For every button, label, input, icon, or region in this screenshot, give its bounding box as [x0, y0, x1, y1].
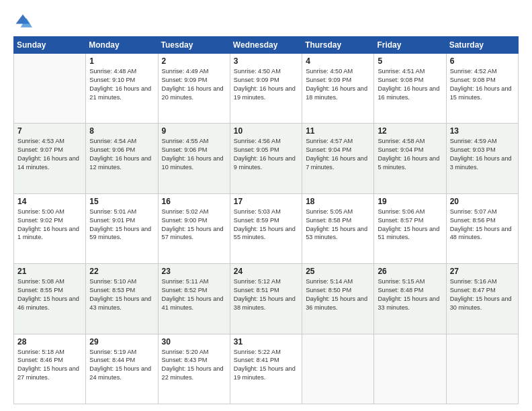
calendar-cell: 15Sunrise: 5:01 AMSunset: 9:01 PMDayligh…: [86, 193, 158, 263]
calendar-cell: 9Sunrise: 4:55 AMSunset: 9:06 PMDaylight…: [158, 124, 230, 193]
weekday-header-saturday: Saturday: [446, 37, 518, 54]
day-info: Sunrise: 4:58 AMSunset: 9:04 PMDaylight:…: [378, 137, 442, 172]
day-info: Sunrise: 4:56 AMSunset: 9:05 PMDaylight:…: [234, 137, 298, 172]
calendar-cell: 3Sunrise: 4:50 AMSunset: 9:09 PMDaylight…: [230, 54, 302, 124]
day-info: Sunrise: 5:14 AMSunset: 8:50 PMDaylight:…: [306, 277, 370, 312]
day-info: Sunrise: 4:50 AMSunset: 9:09 PMDaylight:…: [306, 67, 370, 102]
day-info: Sunrise: 5:15 AMSunset: 8:48 PMDaylight:…: [378, 277, 442, 312]
day-number: 17: [234, 197, 298, 206]
day-number: 1: [89, 56, 154, 66]
day-number: 28: [17, 337, 82, 347]
logo-icon: [13, 12, 32, 31]
calendar-cell: 14Sunrise: 5:00 AMSunset: 9:02 PMDayligh…: [14, 193, 86, 263]
day-number: 3: [234, 56, 298, 66]
day-info: Sunrise: 5:19 AMSunset: 8:44 PMDaylight:…: [89, 348, 154, 383]
day-info: Sunrise: 4:59 AMSunset: 9:03 PMDaylight:…: [450, 137, 515, 172]
calendar-cell: 22Sunrise: 5:10 AMSunset: 8:53 PMDayligh…: [86, 264, 158, 334]
calendar-cell: 7Sunrise: 4:53 AMSunset: 9:07 PMDaylight…: [14, 124, 86, 193]
calendar-cell: 13Sunrise: 4:59 AMSunset: 9:03 PMDayligh…: [446, 124, 518, 193]
calendar-week-row: 1Sunrise: 4:48 AMSunset: 9:10 PMDaylight…: [14, 54, 519, 124]
day-number: 30: [162, 337, 226, 347]
day-number: 6: [450, 56, 515, 66]
day-info: Sunrise: 4:54 AMSunset: 9:06 PMDaylight:…: [89, 137, 154, 172]
day-info: Sunrise: 4:55 AMSunset: 9:06 PMDaylight:…: [162, 137, 226, 172]
calendar-cell: 4Sunrise: 4:50 AMSunset: 9:09 PMDaylight…: [302, 54, 374, 124]
day-number: 18: [306, 197, 370, 206]
weekday-header-friday: Friday: [374, 37, 446, 54]
day-info: Sunrise: 5:10 AMSunset: 8:53 PMDaylight:…: [89, 277, 154, 312]
day-info: Sunrise: 5:20 AMSunset: 8:43 PMDaylight:…: [162, 348, 226, 383]
calendar-cell: [302, 334, 374, 404]
calendar-cell: 5Sunrise: 4:51 AMSunset: 9:08 PMDaylight…: [374, 54, 446, 124]
day-info: Sunrise: 5:11 AMSunset: 8:52 PMDaylight:…: [162, 277, 226, 312]
calendar-week-row: 21Sunrise: 5:08 AMSunset: 8:55 PMDayligh…: [14, 264, 519, 334]
page: SundayMondayTuesdayWednesdayThursdayFrid…: [0, 0, 532, 411]
calendar-week-row: 28Sunrise: 5:18 AMSunset: 8:46 PMDayligh…: [14, 334, 519, 404]
day-number: 13: [450, 126, 515, 136]
calendar-week-row: 7Sunrise: 4:53 AMSunset: 9:07 PMDaylight…: [14, 124, 519, 193]
day-number: 24: [234, 267, 298, 276]
calendar-cell: 31Sunrise: 5:22 AMSunset: 8:41 PMDayligh…: [230, 334, 302, 404]
day-info: Sunrise: 5:12 AMSunset: 8:51 PMDaylight:…: [234, 277, 298, 312]
day-number: 8: [89, 126, 154, 136]
day-number: 19: [378, 197, 442, 206]
day-info: Sunrise: 5:18 AMSunset: 8:46 PMDaylight:…: [17, 348, 82, 383]
day-info: Sunrise: 5:05 AMSunset: 8:58 PMDaylight:…: [306, 208, 370, 242]
day-info: Sunrise: 4:48 AMSunset: 9:10 PMDaylight:…: [89, 67, 154, 102]
day-number: 11: [306, 126, 370, 136]
logo: [13, 12, 35, 31]
calendar-cell: 17Sunrise: 5:03 AMSunset: 8:59 PMDayligh…: [230, 193, 302, 263]
calendar-cell: 25Sunrise: 5:14 AMSunset: 8:50 PMDayligh…: [302, 264, 374, 334]
day-number: 20: [450, 197, 515, 206]
day-number: 27: [450, 267, 515, 276]
day-number: 26: [378, 267, 442, 276]
calendar-cell: 29Sunrise: 5:19 AMSunset: 8:44 PMDayligh…: [86, 334, 158, 404]
day-info: Sunrise: 4:51 AMSunset: 9:08 PMDaylight:…: [378, 67, 442, 102]
day-info: Sunrise: 4:49 AMSunset: 9:09 PMDaylight:…: [162, 67, 226, 102]
weekday-header-thursday: Thursday: [302, 37, 374, 54]
day-number: 7: [17, 126, 82, 136]
calendar-cell: [14, 54, 86, 124]
calendar-cell: 28Sunrise: 5:18 AMSunset: 8:46 PMDayligh…: [14, 334, 86, 404]
day-info: Sunrise: 5:07 AMSunset: 8:56 PMDaylight:…: [450, 208, 515, 242]
day-number: 5: [378, 56, 442, 66]
weekday-header-monday: Monday: [86, 37, 158, 54]
day-number: 25: [306, 267, 370, 276]
calendar-cell: 1Sunrise: 4:48 AMSunset: 9:10 PMDaylight…: [86, 54, 158, 124]
day-info: Sunrise: 5:02 AMSunset: 9:00 PMDaylight:…: [162, 208, 226, 242]
day-info: Sunrise: 5:16 AMSunset: 8:47 PMDaylight:…: [450, 277, 515, 312]
calendar-cell: [374, 334, 446, 404]
day-info: Sunrise: 5:22 AMSunset: 8:41 PMDaylight:…: [234, 348, 298, 383]
calendar-cell: 2Sunrise: 4:49 AMSunset: 9:09 PMDaylight…: [158, 54, 230, 124]
weekday-header-row: SundayMondayTuesdayWednesdayThursdayFrid…: [14, 37, 519, 54]
calendar-table: SundayMondayTuesdayWednesdayThursdayFrid…: [13, 36, 519, 404]
calendar-cell: 21Sunrise: 5:08 AMSunset: 8:55 PMDayligh…: [14, 264, 86, 334]
day-info: Sunrise: 5:00 AMSunset: 9:02 PMDaylight:…: [17, 208, 82, 242]
day-info: Sunrise: 5:01 AMSunset: 9:01 PMDaylight:…: [89, 208, 154, 242]
day-number: 23: [162, 267, 226, 276]
day-info: Sunrise: 5:06 AMSunset: 8:57 PMDaylight:…: [378, 208, 442, 242]
day-number: 16: [162, 197, 226, 206]
day-number: 22: [89, 267, 154, 276]
weekday-header-tuesday: Tuesday: [158, 37, 230, 54]
day-number: 14: [17, 197, 82, 206]
calendar-week-row: 14Sunrise: 5:00 AMSunset: 9:02 PMDayligh…: [14, 193, 519, 263]
day-number: 9: [162, 126, 226, 136]
weekday-header-wednesday: Wednesday: [230, 37, 302, 54]
day-info: Sunrise: 4:53 AMSunset: 9:07 PMDaylight:…: [17, 137, 82, 172]
day-number: 2: [162, 56, 226, 66]
day-number: 4: [306, 56, 370, 66]
calendar-cell: 12Sunrise: 4:58 AMSunset: 9:04 PMDayligh…: [374, 124, 446, 193]
day-number: 10: [234, 126, 298, 136]
weekday-header-sunday: Sunday: [14, 37, 86, 54]
calendar-cell: 16Sunrise: 5:02 AMSunset: 9:00 PMDayligh…: [158, 193, 230, 263]
calendar-cell: 24Sunrise: 5:12 AMSunset: 8:51 PMDayligh…: [230, 264, 302, 334]
calendar-cell: 27Sunrise: 5:16 AMSunset: 8:47 PMDayligh…: [446, 264, 518, 334]
calendar-cell: 20Sunrise: 5:07 AMSunset: 8:56 PMDayligh…: [446, 193, 518, 263]
header: [13, 12, 519, 31]
calendar-cell: 11Sunrise: 4:57 AMSunset: 9:04 PMDayligh…: [302, 124, 374, 193]
day-info: Sunrise: 4:57 AMSunset: 9:04 PMDaylight:…: [306, 137, 370, 172]
calendar-cell: 23Sunrise: 5:11 AMSunset: 8:52 PMDayligh…: [158, 264, 230, 334]
day-info: Sunrise: 4:52 AMSunset: 9:08 PMDaylight:…: [450, 67, 515, 102]
calendar-cell: 6Sunrise: 4:52 AMSunset: 9:08 PMDaylight…: [446, 54, 518, 124]
